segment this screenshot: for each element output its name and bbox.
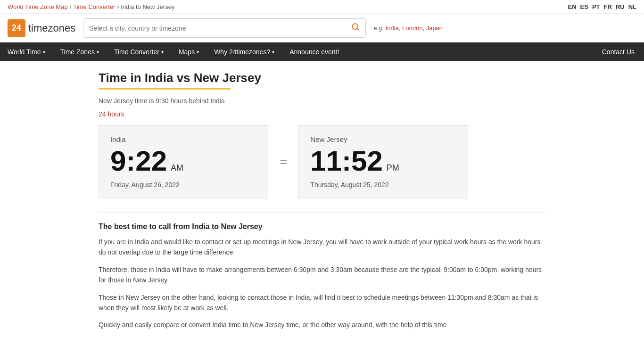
svg-line-1 — [357, 28, 359, 30]
nav-why-chevron: ▾ — [272, 49, 274, 55]
main-nav: World Time ▾ Time Zones ▾ Time Converter… — [0, 42, 644, 61]
nj-time: 11:52 — [310, 147, 382, 175]
hours-toggle-link[interactable]: 24 hours — [99, 110, 124, 118]
best-time-heading: The best time to call from India to New … — [99, 222, 545, 231]
nav-contact-us[interactable]: Contact Us — [593, 42, 644, 61]
lang-en[interactable]: EN — [568, 3, 577, 10]
nav-time-converter-label: Time Converter — [114, 48, 159, 56]
nav-contact-us-label: Contact Us — [602, 48, 635, 56]
nav-maps[interactable]: Maps ▾ — [171, 42, 206, 61]
logo-box: 24 — [8, 19, 25, 37]
clock-section: India 9:22 AM Friday, August 26, 2022 = … — [99, 125, 545, 198]
nj-ampm: PM — [387, 163, 399, 173]
search-button[interactable] — [346, 19, 365, 37]
example-label: e.g. — [373, 25, 384, 32]
lang-pt[interactable]: PT — [592, 3, 600, 10]
lang-fr[interactable]: FR — [604, 3, 612, 10]
nav-time-zones-chevron: ▾ — [97, 49, 99, 55]
nav-time-converter[interactable]: Time Converter ▾ — [107, 42, 171, 61]
nav-maps-label: Maps — [179, 48, 195, 56]
logo-text: timezones — [28, 22, 75, 34]
nj-clock-card: New Jersey 11:52 PM Thursday, August 25,… — [298, 125, 468, 198]
nav-time-converter-chevron: ▾ — [161, 49, 164, 55]
breadcrumb-world-time-link[interactable]: World Time Zone Map — [8, 3, 68, 10]
breadcrumb: World Time Zone Map › Time Converter › I… — [8, 3, 174, 10]
nav-world-time-chevron: ▾ — [43, 49, 45, 55]
example-india-link[interactable]: India — [386, 25, 399, 32]
india-clock-display: 9:22 AM — [110, 147, 256, 175]
nj-clock-display: 11:52 PM — [310, 147, 456, 175]
best-time-para4: Quickly and easily compare or convert In… — [99, 320, 545, 330]
nj-location: New Jersey — [310, 135, 456, 143]
content-wrapper: Time in India vs New Jersey New Jersey t… — [91, 61, 553, 346]
best-time-section: The best time to call from India to New … — [99, 213, 545, 330]
subtitle: New Jersey time is 9:30 hours behind Ind… — [99, 97, 545, 105]
search-bar — [83, 18, 366, 38]
nj-date: Thursday, August 25, 2022 — [310, 181, 456, 189]
nav-time-zones[interactable]: Time Zones ▾ — [53, 42, 107, 61]
site-header: 24 timezones e.g. India, London, Japan — [0, 14, 644, 42]
breadcrumb-bar: World Time Zone Map › Time Converter › I… — [0, 0, 644, 14]
example-japan-link[interactable]: Japan — [426, 25, 443, 32]
title-underline — [99, 88, 231, 90]
breadcrumb-current: India to New Jersey — [121, 3, 174, 10]
nav-maps-chevron: ▾ — [197, 49, 199, 55]
india-date: Friday, August 26, 2022 — [110, 181, 256, 189]
example-london-link[interactable]: London — [402, 25, 422, 32]
nav-announce[interactable]: Announce event! — [282, 42, 347, 61]
nav-why[interactable]: Why 24timezones? ▾ — [206, 42, 282, 61]
best-time-para1: If you are in India and would like to co… — [99, 237, 545, 258]
breadcrumb-time-converter-link[interactable]: Time Converter — [73, 3, 115, 10]
search-input[interactable] — [83, 21, 346, 36]
india-ampm: AM — [171, 163, 183, 173]
breadcrumb-separator2: › — [117, 3, 121, 10]
india-location: India — [110, 135, 256, 143]
lang-nl[interactable]: NL — [628, 3, 636, 10]
best-time-para2: Therefore, those in India will have to m… — [99, 264, 545, 286]
nav-items: World Time ▾ Time Zones ▾ Time Converter… — [0, 42, 593, 61]
nav-why-label: Why 24timezones? — [214, 48, 270, 56]
language-links: EN ES PT FR RU NL — [568, 3, 637, 10]
nav-time-zones-label: Time Zones — [60, 48, 95, 56]
lang-ru[interactable]: RU — [616, 3, 625, 10]
lang-es[interactable]: ES — [580, 3, 588, 10]
india-clock-card: India 9:22 AM Friday, August 26, 2022 — [99, 125, 268, 198]
nav-world-time-label: World Time — [8, 48, 41, 56]
nav-world-time[interactable]: World Time ▾ — [0, 42, 53, 61]
logo-link[interactable]: 24 timezones — [8, 19, 75, 37]
india-time: 9:22 — [110, 147, 167, 175]
nav-announce-label: Announce event! — [289, 48, 339, 56]
equals-sign: = — [268, 155, 298, 170]
search-icon — [351, 23, 360, 31]
page-title: Time in India vs New Jersey — [99, 71, 545, 85]
best-time-para3: Those in New Jersey on the other hand, l… — [99, 292, 545, 313]
example-links: e.g. India, London, Japan — [373, 25, 443, 32]
